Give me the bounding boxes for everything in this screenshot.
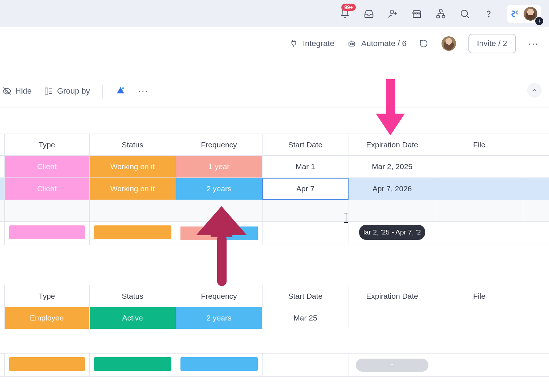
table-row[interactable]: Client Working on it 1 year Mar 1 Mar 2,… <box>0 156 549 178</box>
svg-rect-6 <box>349 42 355 46</box>
hide-label: Hide <box>15 86 32 96</box>
col-type[interactable]: Type <box>4 285 89 307</box>
cell-status[interactable]: Working on it <box>90 156 176 177</box>
col-frequency[interactable]: Frequency <box>176 285 262 307</box>
brand-icon <box>511 9 520 19</box>
table-row[interactable]: Client Working on it 2 years Apr 7 Apr 7… <box>0 178 549 200</box>
automate-label: Automate / 6 <box>361 39 407 48</box>
cell-file[interactable] <box>436 178 523 200</box>
person-plus-icon[interactable] <box>387 8 399 20</box>
col-start-date[interactable]: Start Date <box>262 285 349 307</box>
plug-icon <box>289 39 298 48</box>
col-frequency[interactable]: Frequency <box>176 134 262 156</box>
account-menu[interactable]: + <box>507 5 541 23</box>
cell-status[interactable]: Working on it <box>90 178 176 200</box>
summary-chip-type <box>9 225 85 239</box>
automate-button[interactable]: Automate / 6 <box>347 38 407 49</box>
summary-chip-frequency <box>180 357 258 371</box>
board-table-group-1: Type Status Frequency Start Date Expirat… <box>0 134 549 245</box>
col-status[interactable]: Status <box>89 285 176 307</box>
board-toolbar: Integrate Automate / 6 Invite / 2 ··· <box>0 27 549 60</box>
group-icon <box>44 86 53 96</box>
search-icon[interactable] <box>459 8 471 20</box>
svg-point-0 <box>390 10 394 14</box>
conversation-button[interactable] <box>419 38 429 49</box>
invite-button[interactable]: Invite / 2 <box>468 34 516 53</box>
global-top-bar: 99+ + <box>0 0 549 27</box>
help-icon[interactable] <box>483 8 495 20</box>
cell-start-date[interactable]: Apr 7 <box>262 178 349 200</box>
board-table-group-2: Type Status Frequency Start Date Expirat… <box>0 285 549 329</box>
svg-marker-13 <box>376 114 405 135</box>
robot-icon <box>347 38 357 49</box>
cell-status[interactable]: Active <box>90 307 176 329</box>
board-table-group-2-summary: - <box>0 353 549 377</box>
cell-type[interactable]: Client <box>5 156 89 177</box>
expiration-placeholder: - <box>356 359 428 372</box>
view-controls: Hide Group by ··· <box>0 85 549 107</box>
col-file[interactable]: File <box>436 134 523 156</box>
org-chart-icon[interactable] <box>435 8 447 20</box>
cell-expiration[interactable]: Apr 7, 2026 <box>349 178 436 200</box>
divider <box>102 85 103 98</box>
chevron-up-icon <box>531 87 538 94</box>
svg-point-7 <box>350 44 351 45</box>
cell-frequency[interactable]: 1 year <box>176 156 262 177</box>
summary-chip-status <box>94 357 171 371</box>
cell-type[interactable]: Employee <box>5 307 89 329</box>
integrate-button[interactable]: Integrate <box>289 39 334 48</box>
cell-start-date[interactable]: Mar 1 <box>262 156 349 178</box>
group-by-label: Group by <box>57 86 90 96</box>
col-file[interactable]: File <box>436 285 523 307</box>
col-expiration[interactable]: Expiration Date <box>349 134 436 156</box>
summary-chip-frequency-a <box>180 226 219 240</box>
svg-rect-10 <box>45 88 48 94</box>
app-icon[interactable] <box>115 86 126 97</box>
collapse-group-button[interactable] <box>527 83 542 98</box>
group-by-button[interactable]: Group by <box>44 86 90 96</box>
group-summary-row: - <box>0 354 549 377</box>
cell-expiration[interactable]: Mar 2, 2025 <box>349 156 436 178</box>
summary-chip-status <box>94 225 171 239</box>
svg-rect-1 <box>439 9 442 12</box>
cell-expiration[interactable] <box>349 307 436 329</box>
svg-point-8 <box>352 44 353 45</box>
col-start-date[interactable]: Start Date <box>262 134 349 156</box>
inbox-icon[interactable] <box>363 8 375 20</box>
view-more-menu[interactable]: ··· <box>138 86 149 97</box>
cell-file[interactable] <box>436 156 523 178</box>
board-more-menu[interactable]: ··· <box>528 38 539 49</box>
summary-chip-frequency-b <box>219 226 258 240</box>
invite-label: Invite / 2 <box>477 39 507 48</box>
svg-point-5 <box>488 16 489 17</box>
svg-point-4 <box>461 10 468 17</box>
integrate-label: Integrate <box>303 39 334 48</box>
cell-start-date[interactable]: Mar 25 <box>262 307 349 329</box>
storefront-icon[interactable] <box>411 8 423 20</box>
summary-chip-type <box>9 357 85 371</box>
svg-point-11 <box>122 87 124 90</box>
eye-off-icon <box>2 86 12 96</box>
svg-rect-3 <box>442 16 445 18</box>
svg-rect-2 <box>437 16 440 18</box>
col-expiration[interactable]: Expiration Date <box>349 285 436 307</box>
cell-type[interactable]: Client <box>5 178 89 200</box>
cell-frequency[interactable]: 2 years <box>176 307 262 329</box>
cell-file[interactable] <box>436 307 523 329</box>
chat-icon <box>419 38 429 49</box>
expiration-range-tooltip: lar 2, '25 - Apr 7, '2 <box>359 225 425 240</box>
board-owner-avatar[interactable] <box>442 36 456 51</box>
col-status[interactable]: Status <box>89 134 176 156</box>
avatar <box>524 7 537 21</box>
bell-icon[interactable]: 99+ <box>339 8 351 20</box>
add-item-row[interactable] <box>0 200 549 222</box>
notification-badge: 99+ <box>341 4 356 11</box>
col-type[interactable]: Type <box>4 134 89 156</box>
hide-columns-button[interactable]: Hide <box>2 86 32 96</box>
table-header-row: Type Status Frequency Start Date Expirat… <box>0 285 549 307</box>
avatar-plus-icon: + <box>535 17 543 25</box>
group-summary-row: lar 2, '25 - Apr 7, '2 <box>0 222 549 245</box>
cell-frequency[interactable]: 2 years <box>176 178 262 200</box>
table-header-row: Type Status Frequency Start Date Expirat… <box>0 134 549 156</box>
table-row[interactable]: Employee Active 2 years Mar 25 <box>0 307 549 329</box>
